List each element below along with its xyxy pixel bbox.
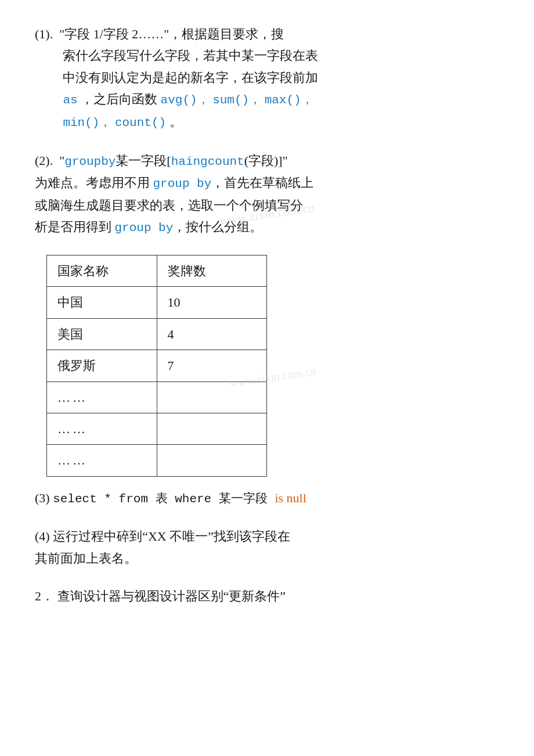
section1-min: min()， — [63, 116, 111, 129]
section1-max: max()， — [265, 93, 313, 107]
section-3: (3) select * from 表 where 某一字段 is null — [35, 487, 499, 510]
medals-table: 国家名称 奖牌数 中国 10 美国 4 俄罗斯 7 …… …… — [46, 255, 267, 477]
section2-groupby2: group by — [153, 177, 212, 190]
section4-line2: 其前面加上表名。 — [35, 551, 137, 566]
section4-text: (4) 运行过程中碎到“XX 不唯一”找到该字段在 其前面加上表名。 — [35, 525, 499, 569]
section3-label: (3) — [35, 491, 50, 505]
table-cell-medals-2: 4 — [157, 318, 267, 350]
table-cell-medals-1: 10 — [157, 287, 267, 318]
table-cell-country-3: 俄罗斯 — [47, 350, 157, 381]
table-cell-medals-5 — [157, 413, 267, 444]
section1-line3: 中没有则认定为是起的新名字，在该字段前加 — [63, 67, 318, 88]
section2-somefield2: (字段)]" — [244, 153, 288, 168]
section1-text-after-as: ，之后向函数 — [81, 92, 161, 106]
section2-haingcount: haingcount — [171, 155, 244, 168]
section2-somefield1: 某一字段[ — [116, 153, 171, 168]
section-5: 2． 查询设计器与视图设计器区别“更新条件” — [35, 585, 499, 607]
section3-text: (3) select * from 表 where 某一字段 is null — [35, 487, 499, 510]
table-cell-country-6: …… — [47, 445, 157, 476]
section4-line1: 运行过程中碎到“XX 不唯一”找到该字段在 — [53, 529, 290, 543]
section1-sum: sum()， — [212, 93, 261, 107]
section1-text: (1). "字段 1/字段 2……"，根据题目要求，搜 索什么字段写什么字段，若… — [35, 23, 499, 134]
section2-line4b: ，按什么分组。 — [173, 219, 262, 234]
table-header-country: 国家名称 — [47, 255, 157, 287]
section3-isnull: is null — [275, 491, 306, 505]
section-2: (2). "groupby某一字段[haingcount(字段)]" 为难点。考… — [35, 150, 499, 239]
table-cell-medals-4 — [157, 381, 267, 413]
section2-line2: 为难点。考虑用不用 — [35, 175, 153, 190]
table-cell-country-1: 中国 — [47, 287, 157, 318]
section2-groupby: groupby — [64, 155, 116, 168]
section-4: (4) 运行过程中碎到“XX 不唯一”找到该字段在 其前面加上表名。 — [35, 525, 499, 569]
table-row: 中国 10 — [47, 287, 267, 318]
section2-groupby3: group by — [115, 221, 174, 235]
table-cell-medals-3: 7 — [157, 350, 267, 381]
section1-avg: avg()， — [161, 93, 210, 107]
section1-period: 。 — [169, 114, 182, 129]
section1-count: count() — [115, 116, 166, 129]
table-header-medals: 奖牌数 — [157, 255, 267, 287]
section1-as: as — [63, 93, 77, 107]
table-cell-country-4: …… — [47, 381, 157, 413]
section1-line1: "字段 1/字段 2……"，根据题目要求，搜 — [56, 27, 284, 41]
table-row: …… — [47, 381, 267, 413]
page-content: www.zixin.com.cn (1). "字段 1/字段 2……"，根据题目… — [35, 23, 499, 607]
section3-code: select * from 表 where 某一字段 — [53, 492, 275, 506]
section2-label: (2). — [35, 153, 53, 168]
table-row: …… — [47, 413, 267, 444]
section2-line3: 或脑海生成题目要求的表，选取一个个例填写分 — [35, 198, 303, 213]
section5-text: 2． 查询设计器与视图设计器区别“更新条件” — [35, 585, 499, 607]
table-cell-medals-6 — [157, 445, 267, 476]
table-header-row: 国家名称 奖牌数 — [47, 255, 267, 287]
data-table-container: www.zixin.com.cn 国家名称 奖牌数 中国 10 美国 4 俄罗斯… — [46, 255, 499, 477]
section2-line4a: 析是否用得到 — [35, 219, 115, 234]
section1-line2: 索什么字段写什么字段，若其中某一字段在表 — [63, 45, 318, 66]
table-row: 美国 4 — [47, 318, 267, 350]
table-cell-country-5: …… — [47, 413, 157, 444]
section4-label: (4) — [35, 529, 50, 543]
table-cell-country-2: 美国 — [47, 318, 157, 350]
table-row: …… — [47, 445, 267, 476]
section2-line2b: ，首先在草稿纸上 — [211, 175, 313, 190]
section1-label: (1). — [35, 27, 53, 41]
section2-text: (2). "groupby某一字段[haingcount(字段)]" 为难点。考… — [35, 150, 499, 239]
section-1: (1). "字段 1/字段 2……"，根据题目要求，搜 索什么字段写什么字段，若… — [35, 23, 499, 134]
table-row: 俄罗斯 7 — [47, 350, 267, 381]
